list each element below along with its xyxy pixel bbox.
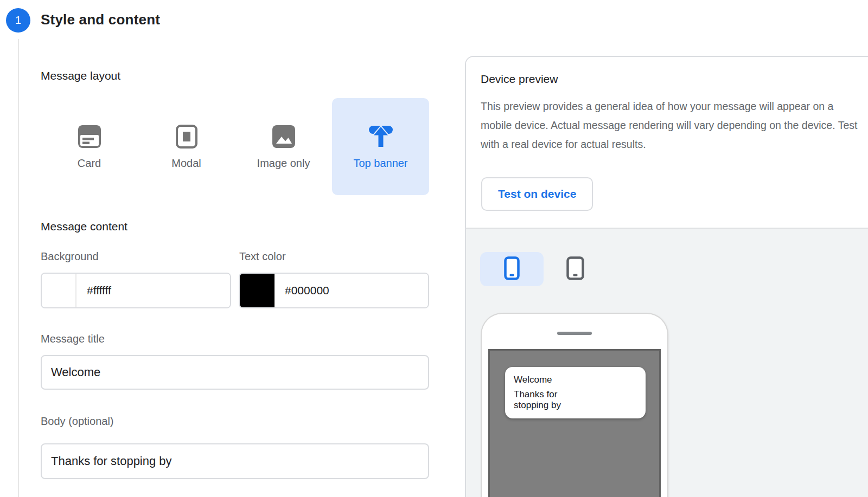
device-preview-description: This preview provides a general idea of … (481, 97, 860, 154)
layout-option-image-only[interactable]: Image only (235, 98, 332, 195)
device-preview-title: Device preview (481, 73, 558, 86)
phone-mockup: Welcome Thanks for stopping by (481, 313, 668, 497)
tablet-icon (566, 256, 584, 282)
device-preview-canvas: Welcome Thanks for stopping by (466, 228, 868, 497)
device-preview-header: Device preview This preview provides a g… (466, 57, 868, 228)
phone-toggle-button[interactable] (480, 252, 544, 286)
text-color-swatch[interactable] (240, 274, 275, 307)
layout-option-label: Top banner (353, 157, 407, 170)
body-input[interactable] (41, 443, 429, 479)
card-layout-icon (76, 124, 103, 150)
preview-banner-title: Welcome (514, 375, 637, 385)
style-form: Message layout Card (41, 0, 429, 497)
message-content-label: Message content (41, 220, 127, 233)
device-preview-card: Device preview This preview provides a g… (465, 56, 868, 497)
tablet-toggle-button[interactable] (544, 252, 607, 286)
message-layout-label: Message layout (41, 69, 120, 82)
layout-option-card[interactable]: Card (41, 98, 138, 195)
layout-option-label: Image only (257, 157, 310, 170)
layout-option-label: Modal (171, 157, 201, 170)
background-color-swatch[interactable] (42, 274, 76, 307)
image-only-layout-icon (271, 124, 297, 150)
test-on-device-button[interactable]: Test on device (481, 177, 593, 211)
text-color-control (239, 273, 429, 308)
step-number: 1 (15, 14, 21, 27)
top-banner-layout-icon (368, 124, 394, 150)
body-field-label: Body (optional) (41, 415, 114, 428)
modal-layout-icon (174, 124, 200, 150)
layout-option-label: Card (78, 157, 101, 170)
style-and-content-step-page: 1 Style and content Message layout Card (0, 0, 868, 497)
message-layout-options: Card Modal Image only (41, 98, 429, 195)
preview-banner-body: Thanks for stopping by (514, 389, 579, 411)
stepper-line (18, 39, 19, 497)
step-number-badge: 1 (6, 8, 30, 33)
device-toggle (480, 252, 607, 286)
message-title-input[interactable] (41, 355, 429, 390)
phone-screen: Welcome Thanks for stopping by (488, 349, 661, 497)
background-field-label: Background (41, 250, 99, 263)
phone-speaker-bar (557, 332, 592, 335)
background-color-control (41, 273, 231, 308)
phone-icon (504, 256, 520, 282)
layout-option-modal[interactable]: Modal (138, 98, 235, 195)
layout-option-top-banner[interactable]: Top banner (332, 98, 429, 195)
text-color-input[interactable] (275, 274, 428, 307)
background-color-input[interactable] (76, 274, 230, 307)
message-title-label: Message title (41, 333, 105, 345)
text-color-field-label: Text color (239, 250, 286, 263)
preview-banner: Welcome Thanks for stopping by (505, 367, 646, 418)
